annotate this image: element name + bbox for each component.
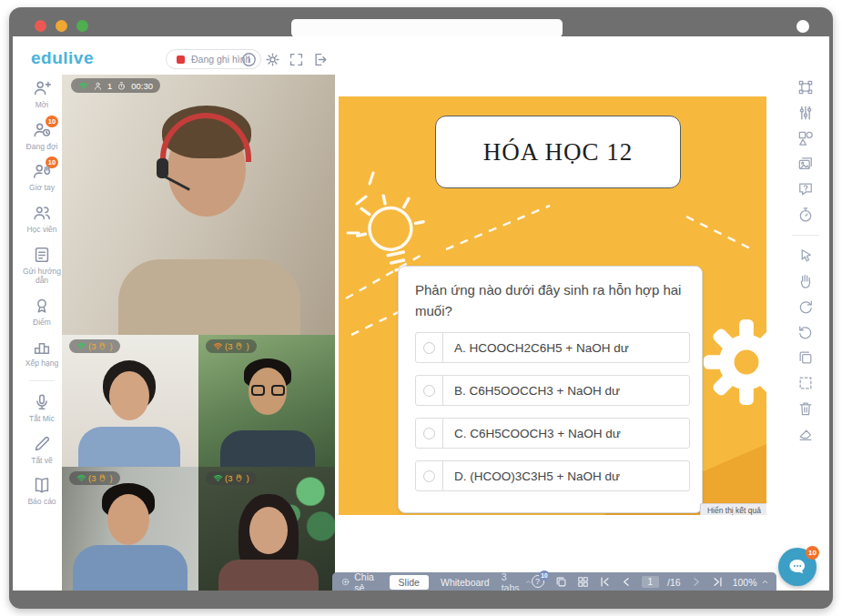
video-tile-student-4[interactable]: (3 ) [198, 467, 335, 591]
person-body [78, 427, 180, 467]
zoom-level: 100% [733, 577, 757, 588]
zoom-control[interactable]: 100% [733, 577, 769, 588]
sidebar-label: Gửi hướng dẫn [20, 267, 64, 286]
sidebar-item-toggle-draw[interactable]: Tắt vẽ [20, 434, 64, 466]
duplicate-icon[interactable] [796, 348, 815, 367]
close-button[interactable] [35, 20, 46, 32]
toolbar-divider [792, 235, 819, 236]
report-book-icon [32, 475, 52, 495]
glasses [251, 385, 285, 396]
wifi-icon [76, 473, 86, 483]
hand-count-open: (3 [225, 341, 232, 351]
sidebar-item-report[interactable]: Báo cáo [20, 475, 64, 507]
video-status-pill: (3 ) [206, 471, 257, 485]
sidebar-item-invite[interactable]: Mời [20, 78, 64, 110]
option-label: A. HCOOCH2C6H5 + NaOH dư [443, 341, 629, 355]
previous-slide-button[interactable] [620, 575, 634, 589]
help-badge: 10 [539, 571, 549, 581]
participants-icon [93, 81, 103, 91]
sidebar-item-mute-mic[interactable]: Tắt Mic [20, 392, 64, 424]
radio-button[interactable] [423, 428, 435, 439]
person-body [73, 545, 188, 591]
chevron-up-icon [761, 578, 769, 586]
answer-option-a[interactable]: A. HCOOCH2C6H5 + NaOH dư [415, 332, 690, 363]
show-results-button[interactable]: Hiển thị kết quả [700, 503, 766, 515]
timer-icon [117, 81, 127, 91]
person-body [118, 259, 300, 335]
sidebar-item-students[interactable]: Học viên [20, 203, 64, 235]
sidebar-item-waiting[interactable]: 10 Đang đợi [20, 120, 64, 152]
quiz-bubble-icon[interactable] [796, 180, 815, 198]
share-label: Chia sẻ [354, 571, 377, 591]
trash-icon[interactable] [796, 399, 815, 418]
share-button[interactable]: Chia sẻ [341, 571, 378, 591]
first-slide-button[interactable] [598, 575, 612, 589]
chat-bubble-icon [786, 556, 808, 578]
transform-tool-icon[interactable] [796, 78, 815, 96]
cursor-tool-icon[interactable] [796, 247, 815, 265]
sidebar-label: Điểm [33, 318, 51, 328]
answer-option-d[interactable]: D. (HCOO)3C3H5 + NaOH dư [415, 460, 690, 491]
chevron-up-icon [525, 578, 532, 586]
last-slide-button[interactable] [711, 575, 725, 589]
hand-count-close: ) [246, 341, 249, 351]
microphone-icon [32, 392, 52, 412]
hand-count-open: (3 [88, 473, 96, 483]
video-tile-student-2[interactable]: (3 ) [198, 335, 335, 467]
record-icon [177, 56, 185, 64]
fullscreen-icon[interactable] [288, 51, 305, 68]
video-tile-student-3[interactable]: (3 ) [62, 467, 198, 591]
radio-button[interactable] [423, 385, 435, 397]
sidebar-label: Đang đợi [26, 142, 58, 152]
video-status-pill: (3 ) [69, 471, 120, 485]
chat-fab-button[interactable]: 10 [778, 548, 817, 586]
document-icon [32, 245, 52, 265]
hand-count-close: ) [109, 473, 112, 483]
hand-tool-icon[interactable] [796, 272, 815, 290]
maximize-button[interactable] [76, 20, 88, 32]
wifi-icon [213, 473, 223, 483]
video-tile-teacher[interactable]: 1 00:30 [62, 75, 335, 335]
leave-room-icon[interactable] [311, 51, 329, 68]
next-slide-button[interactable] [689, 575, 703, 589]
video-tile-student-1[interactable]: (3 ) [62, 335, 198, 467]
sidebar-divider [29, 380, 55, 381]
answer-option-b[interactable]: B. C6H5OOCCH3 + NaOH dư [415, 375, 690, 406]
sidebar-label: Báo cáo [27, 497, 56, 507]
redo-icon[interactable] [796, 298, 815, 316]
help-button[interactable]: ? 10 [532, 575, 546, 589]
tabs-dropdown[interactable]: 3 tabs [502, 571, 532, 591]
slide-canvas[interactable]: HÓA HỌC 12 Phản ứng nào dưới đây sinh ra… [339, 96, 766, 515]
window-control-dot[interactable] [796, 20, 809, 33]
shapes-tool-icon[interactable] [796, 129, 815, 147]
bottom-toolbar: Chia sẻ Slide Whiteboard 3 tabs ? 10 [332, 572, 776, 591]
wifi-icon [213, 341, 223, 351]
image-tool-icon[interactable] [796, 155, 815, 173]
slide-grid-icon[interactable] [576, 575, 590, 589]
ranking-podium-icon [32, 337, 52, 357]
question-card: Phản ứng nào dưới đây sinh ra hỗn hợp ha… [398, 266, 703, 513]
radio-button[interactable] [423, 342, 435, 354]
info-icon[interactable] [240, 51, 258, 68]
adjust-sliders-icon[interactable] [796, 104, 815, 122]
person-add-icon [32, 78, 52, 98]
radio-button[interactable] [423, 470, 435, 482]
sidebar-label: Tắt Mic [29, 414, 55, 424]
app-content: edulive Đang ghi hình [13, 36, 829, 591]
sidebar-item-send-guide[interactable]: Gửi hướng dẫn [20, 245, 64, 286]
tab-slide[interactable]: Slide [390, 575, 429, 590]
sidebar-item-raise-hand[interactable]: 10 Giơ tay [20, 161, 64, 193]
timer-tool-icon[interactable] [796, 206, 815, 224]
minimize-button[interactable] [56, 20, 67, 32]
undo-icon[interactable] [796, 323, 815, 341]
address-bar[interactable] [291, 19, 563, 37]
video-status-pill: (3 ) [69, 339, 120, 353]
select-area-icon[interactable] [796, 374, 815, 392]
settings-gear-icon[interactable] [264, 51, 281, 68]
tab-whiteboard[interactable]: Whiteboard [441, 577, 490, 588]
answer-option-c[interactable]: C. C6H5COOCH3 + NaOH dư [415, 418, 690, 449]
sidebar-item-ranking[interactable]: Xếp hạng [20, 337, 64, 369]
eraser-icon[interactable] [796, 425, 815, 443]
pages-icon[interactable] [554, 575, 568, 589]
sidebar-item-points[interactable]: Điểm [20, 296, 64, 328]
